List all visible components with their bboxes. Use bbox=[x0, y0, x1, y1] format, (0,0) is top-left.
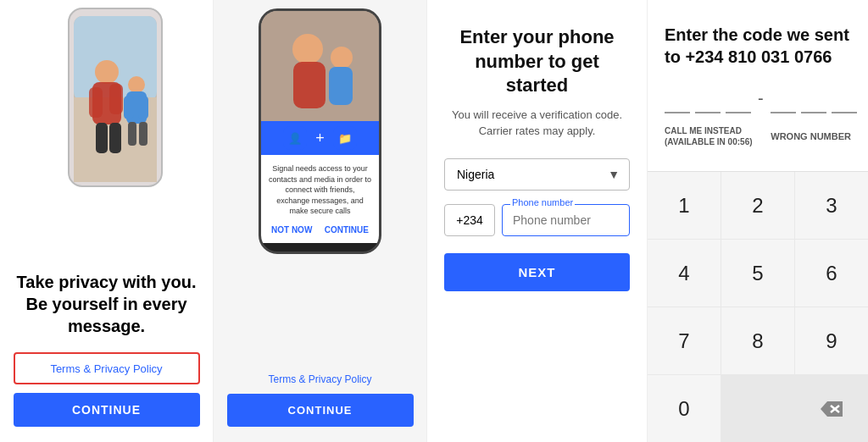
svg-rect-12 bbox=[124, 96, 134, 119]
country-select[interactable]: Nigeria United States United Kingdom Gha… bbox=[444, 158, 630, 191]
numpad-key-1[interactable]: 1 bbox=[648, 172, 721, 239]
terms-privacy-link[interactable]: Terms & Privacy Policy bbox=[50, 362, 162, 375]
panel2-content: Terms & Privacy Policy CONTINUE bbox=[214, 373, 426, 427]
code-entry-title: Enter the code we sent to +234 810 031 0… bbox=[665, 24, 851, 68]
numpad-key-9[interactable]: 9 bbox=[795, 307, 868, 374]
phone-entry-title: Enter your phone number to get started bbox=[444, 25, 630, 98]
terms-privacy-link-2[interactable]: Terms & Privacy Policy bbox=[268, 373, 371, 385]
numpad-key-4[interactable]: 4 bbox=[648, 240, 721, 307]
dialog-text: Signal needs access to your contacts and… bbox=[268, 163, 372, 217]
numpad-key-3[interactable]: 3 bbox=[795, 172, 868, 239]
numpad-key-7[interactable]: 7 bbox=[648, 307, 721, 374]
code-digit-3[interactable] bbox=[726, 83, 751, 113]
svg-rect-7 bbox=[109, 84, 123, 114]
continue-button-1[interactable]: CONTINUE bbox=[14, 393, 200, 427]
panel-permissions: 👤 + 📁 Signal needs access to your contac… bbox=[214, 0, 427, 442]
svg-rect-13 bbox=[138, 96, 148, 119]
svg-point-19 bbox=[331, 47, 353, 69]
svg-rect-9 bbox=[109, 123, 121, 153]
folder-icon: 📁 bbox=[333, 126, 357, 150]
panel-welcome: Take privacy with you. Be yourself in ev… bbox=[0, 0, 214, 442]
code-digit-1[interactable] bbox=[665, 83, 690, 113]
phone-number-input[interactable] bbox=[502, 204, 630, 236]
permissions-phone: 👤 + 📁 Signal needs access to your contac… bbox=[214, 0, 426, 262]
svg-marker-21 bbox=[821, 401, 843, 417]
phone-input-label: Phone number bbox=[510, 197, 575, 207]
dialog-buttons: NOT NOW CONTINUE bbox=[268, 224, 372, 236]
contacts-icon: 👤 bbox=[283, 126, 307, 150]
phone-input-row: +234 Phone number bbox=[444, 204, 630, 236]
phone-input-wrap[interactable]: Phone number bbox=[502, 204, 630, 236]
next-button[interactable]: NEXT bbox=[444, 253, 630, 291]
welcome-illustration bbox=[0, 0, 213, 254]
svg-rect-20 bbox=[329, 67, 353, 105]
panel4-top: Enter the code we sent to +234 810 031 0… bbox=[648, 0, 868, 171]
backspace-button[interactable] bbox=[795, 375, 868, 442]
svg-rect-15 bbox=[139, 122, 147, 146]
panel-phone-entry: Enter your phone number to get started Y… bbox=[427, 0, 648, 442]
svg-point-17 bbox=[292, 34, 323, 64]
svg-rect-14 bbox=[128, 122, 136, 146]
dialog-continue-button[interactable]: CONTINUE bbox=[321, 224, 372, 236]
svg-point-10 bbox=[128, 76, 145, 93]
phone-screen-top bbox=[261, 11, 379, 121]
svg-rect-6 bbox=[89, 87, 103, 118]
terms-link-box[interactable]: Terms & Privacy Policy bbox=[14, 352, 200, 384]
numpad: 1 2 3 4 5 6 7 8 9 0 bbox=[648, 172, 868, 442]
country-select-wrap[interactable]: Nigeria United States United Kingdom Gha… bbox=[444, 158, 630, 191]
backspace-icon bbox=[819, 400, 844, 418]
code-digit-6[interactable] bbox=[832, 83, 857, 113]
phone-entry-subtitle: You will receive a verification code. Ca… bbox=[444, 107, 630, 140]
welcome-tagline: Take privacy with you. Be yourself in ev… bbox=[0, 271, 213, 337]
numpad-key-0[interactable]: 0 bbox=[648, 375, 721, 442]
numpad-key-2[interactable]: 2 bbox=[721, 172, 794, 239]
panel1-content: Take privacy with you. Be yourself in ev… bbox=[0, 271, 213, 427]
numpad-key-5[interactable]: 5 bbox=[721, 240, 794, 307]
phone-mockup-2: 👤 + 📁 Signal needs access to your contac… bbox=[259, 8, 381, 254]
svg-rect-8 bbox=[96, 123, 108, 153]
numpad-key-8[interactable]: 8 bbox=[721, 307, 794, 374]
svg-rect-18 bbox=[293, 62, 326, 108]
svg-point-4 bbox=[95, 60, 119, 84]
code-dash: - bbox=[758, 89, 764, 108]
panel-code-entry: Enter the code we sent to +234 810 031 0… bbox=[648, 0, 868, 442]
code-digit-2[interactable] bbox=[695, 83, 721, 113]
code-input-row: - bbox=[665, 83, 851, 113]
panel4-actions: CALL ME INSTEAD(AVAILABLE IN 00:56) WRON… bbox=[665, 125, 851, 147]
call-instead-button[interactable]: CALL ME INSTEAD(AVAILABLE IN 00:56) bbox=[665, 125, 753, 147]
wrong-number-button[interactable]: WRONG NUMBER bbox=[771, 131, 851, 141]
plus-icon: + bbox=[315, 130, 325, 147]
country-code-display: +234 bbox=[444, 204, 495, 236]
numpad-key-6[interactable]: 6 bbox=[795, 240, 868, 307]
not-now-button[interactable]: NOT NOW bbox=[268, 224, 315, 236]
code-digit-5[interactable] bbox=[801, 83, 826, 113]
continue-button-2[interactable]: CONTINUE bbox=[227, 394, 414, 427]
code-digit-4[interactable] bbox=[771, 83, 796, 113]
